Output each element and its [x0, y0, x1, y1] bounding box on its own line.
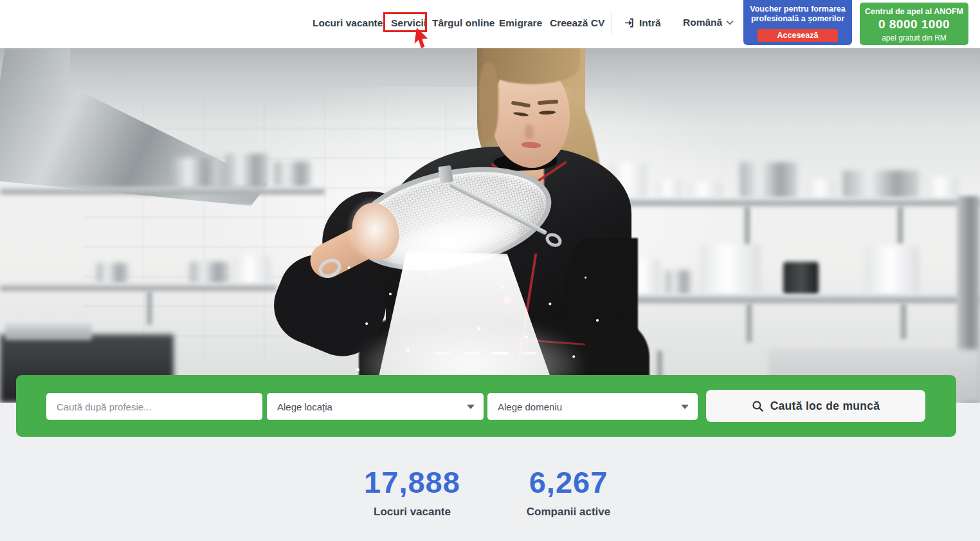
shelf-bracket: [744, 206, 750, 246]
voucher-title-line1: Voucher pentru formarea: [743, 5, 852, 14]
job-search-panel: Alege locația Alege domeniu Caută loc de…: [16, 375, 956, 437]
pitcher-shape: [783, 262, 819, 295]
voucher-banner[interactable]: Voucher pentru formarea profesională a ș…: [743, 0, 852, 45]
search-jobs-button-label: Caută loc de muncă: [770, 399, 880, 413]
nav-item-servicii[interactable]: Servicii: [391, 17, 426, 29]
carousel-indicators: [0, 352, 980, 356]
nav-item-locuri-vacante[interactable]: Locuri vacante: [313, 17, 383, 29]
canister-shape: [865, 246, 920, 295]
dish-shape: [656, 180, 682, 198]
nav-item-emigrare[interactable]: Emigrare: [499, 17, 542, 29]
shelf-bracket: [900, 304, 906, 339]
dish-shape: [687, 182, 722, 198]
login-icon: [623, 17, 635, 29]
carousel-dot[interactable]: [521, 352, 536, 354]
pan-shape: [842, 170, 920, 198]
call-center-phone: 0 8000 1000: [860, 17, 968, 32]
search-jobs-button[interactable]: Caută loc de muncă: [706, 390, 925, 422]
hero-carousel-image: [0, 48, 980, 403]
chef-hair-side: [479, 62, 498, 138]
login-label: Intră: [639, 17, 661, 29]
call-center-note: apel gratuit din RM: [860, 33, 968, 42]
shelf-bracket: [147, 291, 152, 325]
chef-hairline: [484, 48, 580, 84]
shelf-left-upper: [0, 187, 325, 195]
annotation-cursor-arrow-icon: [414, 27, 432, 50]
shelf-right-upper: [601, 198, 980, 206]
shelf-left-lower: [0, 284, 277, 291]
stat-companies-label: Companii active: [472, 506, 665, 518]
dish-shape: [807, 180, 836, 198]
stat-companies-value: 6,267: [472, 464, 665, 500]
call-center-title: Centrul de apel al ANOFM: [860, 7, 968, 16]
bucket-shape: [233, 255, 270, 284]
location-select[interactable]: Alege locația: [267, 393, 484, 420]
login-button[interactable]: Intră: [623, 17, 661, 29]
header-divider: [612, 12, 612, 35]
location-select-label: Alege locația: [277, 401, 332, 412]
search-icon: [752, 400, 764, 412]
bowl-shape: [190, 262, 230, 284]
pot-shape: [172, 158, 219, 187]
nav-item-targul-online[interactable]: Târgul online: [432, 17, 495, 29]
dish-shape: [926, 177, 958, 198]
voucher-access-button[interactable]: Accesează: [758, 29, 838, 42]
nav-item-creeaza-cv[interactable]: Creează CV: [550, 17, 604, 29]
shelf-bracket: [746, 304, 752, 342]
bowl-shape: [96, 263, 129, 284]
chef-nose-shadow: [525, 124, 534, 140]
stat-companies: 6,267 Companii active: [472, 464, 665, 518]
pot-shape: [225, 154, 269, 187]
carousel-dot[interactable]: [491, 352, 509, 354]
call-center-card: Centrul de apel al ANOFM 0 8000 1000 ape…: [860, 3, 968, 45]
shelf-right-lower: [601, 295, 980, 304]
bowl-shape: [666, 270, 691, 295]
carousel-dot[interactable]: [464, 352, 480, 354]
dropdown-arrow-icon: [467, 405, 475, 409]
shelf-bracket: [897, 206, 903, 244]
pot-shape: [274, 161, 311, 187]
dropdown-arrow-icon: [681, 405, 689, 409]
voucher-title-line2: profesională a șomerilor: [743, 14, 852, 24]
top-navigation-bar: Locuri vacante Servicii Târgul online Em…: [0, 0, 980, 48]
domain-select[interactable]: Alege domeniu: [487, 393, 698, 420]
tray-shape: [5, 324, 92, 340]
pot-shape: [740, 162, 797, 198]
language-selector[interactable]: Română: [683, 17, 734, 28]
carousel-dot[interactable]: [435, 352, 450, 354]
chevron-down-icon: [726, 20, 734, 25]
sieve-clip: [438, 165, 453, 184]
profession-search-input[interactable]: [46, 393, 262, 420]
language-label: Română: [683, 17, 722, 28]
canister-shape: [700, 244, 761, 295]
domain-select-label: Alege domeniu: [498, 401, 562, 412]
